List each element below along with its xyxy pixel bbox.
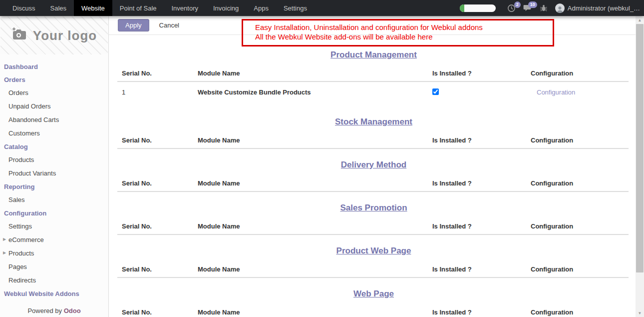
column-header-module-name: Module Name [198, 136, 432, 144]
section-title[interactable]: Web Page [122, 289, 626, 299]
column-header-configuration: Configuration [531, 180, 626, 187]
sidebar-item-pages[interactable]: Pages [0, 260, 108, 274]
sidebar: Your logo DashboardOrdersOrdersUnpaid Or… [0, 16, 109, 317]
sidebar-item-dashboard[interactable]: Dashboard [0, 60, 108, 73]
top-navbar: DiscussSalesWebsitePoint of SaleInventor… [0, 0, 644, 16]
annotation-line-1: Easy Installation, Uninstallation and co… [255, 22, 549, 32]
debug-button[interactable] [540, 4, 548, 12]
column-header-module-name: Module Name [198, 308, 432, 316]
sidebar-item-webkul-website-addons[interactable]: Webkul Website Addons [0, 287, 108, 300]
odoo-brand-link[interactable]: Odoo [64, 307, 81, 314]
column-header-serial-no: Serial No. [122, 308, 198, 316]
column-header-configuration: Configuration [531, 308, 626, 316]
section-title[interactable]: Product Management [122, 50, 626, 60]
annotation-box: Easy Installation, Uninstallation and co… [242, 19, 554, 46]
bug-icon [540, 4, 548, 12]
chevron-right-icon: ▶ [3, 250, 6, 255]
sidebar-item-unpaid-orders[interactable]: Unpaid Orders [0, 100, 108, 113]
logo-text: Your logo [33, 28, 97, 44]
apply-button[interactable]: Apply [118, 19, 149, 32]
column-header-module-name: Module Name [198, 222, 432, 230]
column-header-configuration: Configuration [531, 266, 626, 273]
column-header-serial-no: Serial No. [122, 266, 198, 273]
scroll-down-arrow[interactable]: ▼ [636, 309, 644, 317]
column-header-module-name: Module Name [198, 70, 432, 77]
scrollbar-thumb[interactable] [636, 24, 644, 272]
nav-item-sales[interactable]: Sales [43, 0, 74, 16]
column-header-configuration: Configuration [531, 136, 626, 144]
column-header-module-name: Module Name [198, 266, 432, 273]
column-header-serial-no: Serial No. [122, 136, 198, 144]
addons-sections: Product Management Serial No.Module Name… [109, 50, 636, 317]
nav-item-point-of-sale[interactable]: Point of Sale [112, 0, 164, 16]
column-header-serial-no: Serial No. [122, 70, 198, 77]
table-divider [117, 148, 629, 149]
nav-item-discuss[interactable]: Discuss [5, 0, 43, 16]
sidebar-item-reporting[interactable]: Reporting [0, 180, 108, 193]
sidebar-item-products[interactable]: Products [0, 153, 108, 166]
section-web-page: Web Page Serial No.Module NameIs Install… [122, 289, 626, 317]
section-product-management: Product Management Serial No.Module Name… [122, 50, 626, 106]
column-header-is-installed: Is Installed ? [432, 266, 531, 273]
nav-item-website[interactable]: Website [74, 0, 112, 16]
message-count-badge: 10 [528, 2, 537, 8]
table-header-row: Serial No.Module NameIs Installed ?Confi… [122, 222, 626, 230]
section-title[interactable]: Product Web Page [122, 246, 626, 256]
powered-by: Powered by Odoo [0, 307, 108, 314]
activities-button[interactable]: 2 [507, 4, 516, 12]
systray: 2 10 Administrator (webkul_… [460, 4, 644, 13]
sidebar-item-product-variants[interactable]: Product Variants [0, 166, 108, 180]
nav-item-settings[interactable]: Settings [276, 0, 315, 16]
sidebar-item-sales[interactable]: Sales [0, 193, 108, 206]
configuration-link[interactable]: Configuration [531, 88, 575, 96]
vertical-scrollbar[interactable]: ▲ ▼ [636, 16, 644, 317]
column-header-serial-no: Serial No. [122, 180, 198, 187]
avatar [555, 4, 565, 13]
section-sales-promotion: Sales Promotion Serial No.Module NameIs … [122, 203, 626, 235]
nav-item-apps[interactable]: Apps [246, 0, 276, 16]
sidebar-item-ecommerce[interactable]: ▶eCommerce [0, 233, 108, 246]
sidebar-item-orders[interactable]: Orders [0, 86, 108, 100]
company-logo[interactable]: Your logo [0, 16, 108, 54]
sidebar-item-redirects[interactable]: Redirects [0, 274, 108, 287]
sidebar-item-orders[interactable]: Orders [0, 73, 108, 86]
sidebar-item-products[interactable]: ▶Products [0, 246, 108, 260]
table-header-row: Serial No.Module NameIs Installed ?Confi… [122, 266, 626, 273]
section-title[interactable]: Sales Promotion [122, 203, 626, 213]
is-installed-checkbox[interactable] [432, 88, 439, 95]
section-product-web-page: Product Web Page Serial No.Module NameIs… [122, 246, 626, 278]
column-header-is-installed: Is Installed ? [432, 222, 531, 230]
serial-cell: 1 [122, 88, 198, 96]
sidebar-item-catalog[interactable]: Catalog [0, 140, 108, 153]
column-header-is-installed: Is Installed ? [432, 180, 531, 187]
progress-fill [460, 4, 464, 12]
section-title[interactable]: Delivery Method [122, 160, 626, 170]
main-menu: DiscussSalesWebsitePoint of SaleInventor… [0, 0, 315, 16]
module-name-cell: Website Customize Bundle Products [198, 88, 432, 96]
powered-by-text: Powered by [27, 307, 62, 314]
nav-item-inventory[interactable]: Inventory [164, 0, 206, 16]
column-header-is-installed: Is Installed ? [432, 308, 531, 316]
cancel-button[interactable]: Cancel [153, 20, 185, 31]
sidebar-item-configuration[interactable]: Configuration [0, 206, 108, 220]
table-divider [117, 277, 629, 278]
scroll-up-arrow[interactable]: ▲ [636, 16, 644, 24]
nav-item-invoicing[interactable]: Invoicing [206, 0, 246, 16]
sidebar-item-abandoned-carts[interactable]: Abandoned Carts [0, 113, 108, 126]
sidebar-item-customers[interactable]: Customers [0, 126, 108, 140]
table-row: 1Website Customize Bundle ProductsConfig… [122, 82, 626, 106]
messages-button[interactable]: 10 [523, 4, 532, 12]
section-title[interactable]: Stock Management [122, 117, 626, 127]
column-header-module-name: Module Name [198, 180, 432, 187]
sidebar-menu: DashboardOrdersOrdersUnpaid OrdersAbando… [0, 55, 108, 300]
user-menu[interactable]: Administrator (webkul_… [555, 4, 640, 13]
progress-indicator [460, 4, 496, 12]
column-header-is-installed: Is Installed ? [432, 70, 531, 77]
activity-count-badge: 2 [514, 2, 521, 8]
camera-plus-icon [11, 27, 28, 44]
sidebar-item-settings[interactable]: Settings [0, 220, 108, 233]
table-header-row: Serial No.Module NameIs Installed ?Confi… [122, 180, 626, 187]
user-label: Administrator (webkul_… [568, 4, 640, 12]
column-header-is-installed: Is Installed ? [432, 136, 531, 144]
table-header-row: Serial No.Module NameIs Installed ?Confi… [122, 308, 626, 316]
